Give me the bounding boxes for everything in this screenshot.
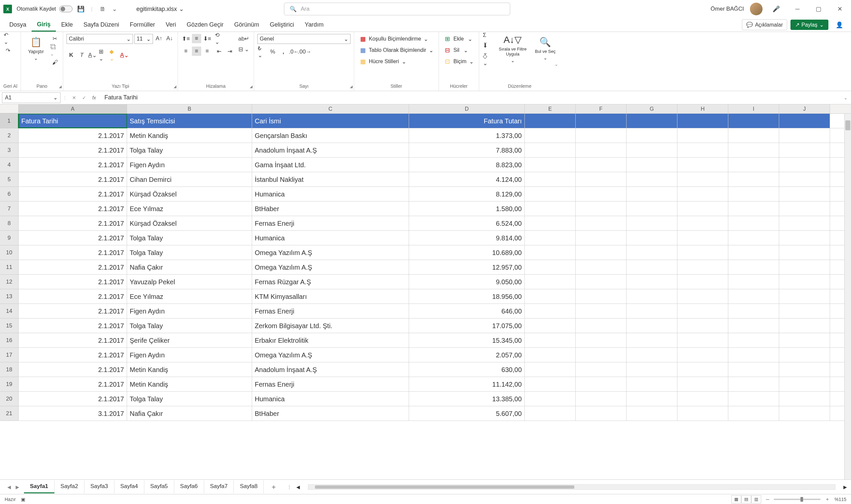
row-header[interactable]: 17 <box>0 348 19 362</box>
conditional-format-button[interactable]: ▦Koşullu Biçimlendirme ⌄ <box>357 34 435 44</box>
decrease-indent-button[interactable]: ⇤ <box>214 47 224 56</box>
align-center-button[interactable]: ≡ <box>192 47 201 56</box>
cell[interactable] <box>626 260 677 274</box>
copy-button[interactable]: ⿻ ⌄ <box>50 46 59 55</box>
cell[interactable]: 2.1.2017 <box>19 362 127 377</box>
close-button[interactable]: ✕ <box>832 4 848 14</box>
cell[interactable] <box>728 275 779 289</box>
cell[interactable]: Cihan Demirci <box>127 172 252 186</box>
collapse-ribbon-icon[interactable]: ⌄ <box>554 61 559 67</box>
sheet-tab[interactable]: Sayfa8 <box>234 480 264 493</box>
cell[interactable]: Omega Yazılım A.Ş <box>252 260 409 274</box>
search-input[interactable]: 🔍 Ara <box>284 3 510 15</box>
cell[interactable] <box>677 348 728 362</box>
bold-button[interactable]: K <box>67 51 76 60</box>
cell[interactable] <box>575 275 626 289</box>
cell[interactable]: 2.1.2017 <box>19 319 127 333</box>
cell[interactable] <box>728 406 779 420</box>
col-header-F[interactable]: F <box>575 104 626 113</box>
autosum-button[interactable]: Σ ⌄ <box>482 34 492 43</box>
cell[interactable] <box>575 158 626 172</box>
cell[interactable] <box>626 289 677 304</box>
tab-insert[interactable]: Ekle <box>56 19 78 31</box>
page-break-view-button[interactable]: ▥ <box>751 496 761 503</box>
shrink-font-button[interactable]: A↓ <box>165 34 174 43</box>
sheet-tab[interactable]: Sayfa2 <box>55 480 85 493</box>
cell[interactable] <box>779 201 830 216</box>
cell[interactable]: 2.1.2017 <box>19 231 127 245</box>
cell[interactable] <box>677 362 728 377</box>
cell[interactable]: Ece Yılmaz <box>127 201 252 216</box>
qat-dropdown-icon[interactable]: ⌄ <box>111 5 118 13</box>
prev-sheet-button[interactable]: ◀ <box>7 484 11 490</box>
col-header-A[interactable]: A <box>19 104 127 113</box>
format-table-button[interactable]: ▦Tablo Olarak Biçimlendir ⌄ <box>357 45 435 55</box>
vertical-scrollbar[interactable] <box>844 114 851 480</box>
cell[interactable] <box>677 275 728 289</box>
name-box[interactable]: A1⌄ <box>2 92 60 103</box>
row-header[interactable]: 18 <box>0 362 19 377</box>
align-middle-button[interactable]: ≡ <box>192 34 201 43</box>
col-header-B[interactable]: B <box>127 104 252 113</box>
cell[interactable] <box>677 392 728 406</box>
cell[interactable] <box>779 143 830 157</box>
cell[interactable]: 13.385,00 <box>409 392 525 406</box>
row-header[interactable]: 10 <box>0 245 19 260</box>
sheet-tab[interactable]: Sayfa1 <box>24 480 55 493</box>
col-header-D[interactable]: D <box>409 104 525 113</box>
cell[interactable]: 8.823,00 <box>409 158 525 172</box>
cell[interactable]: 2.1.2017 <box>19 158 127 172</box>
cell[interactable] <box>677 114 728 128</box>
cell[interactable]: 3.1.2017 <box>19 406 127 420</box>
cell[interactable] <box>626 231 677 245</box>
cell[interactable] <box>728 143 779 157</box>
cell[interactable]: 17.075,00 <box>409 319 525 333</box>
cell[interactable]: Metin Kandiş <box>127 377 252 391</box>
cell[interactable] <box>626 114 677 128</box>
cell[interactable] <box>677 289 728 304</box>
dialog-launcher-icon[interactable]: ◢ <box>250 85 252 89</box>
cell[interactable] <box>779 114 830 128</box>
grow-font-button[interactable]: A↑ <box>154 34 164 43</box>
align-top-button[interactable]: ⬆≡ <box>181 34 191 43</box>
cell[interactable]: Humanica <box>252 231 409 245</box>
dialog-launcher-icon[interactable]: ◢ <box>350 85 353 89</box>
cell[interactable] <box>728 216 779 230</box>
cell[interactable] <box>677 187 728 201</box>
cell[interactable] <box>575 216 626 230</box>
cell[interactable] <box>677 201 728 216</box>
cell[interactable]: Omega Yazılım A.Ş <box>252 348 409 362</box>
cell[interactable] <box>779 377 830 391</box>
cell[interactable] <box>525 114 575 128</box>
cell[interactable] <box>626 362 677 377</box>
mic-icon[interactable]: 🎤 <box>768 4 784 14</box>
cell[interactable] <box>779 304 830 318</box>
accept-formula-icon[interactable]: ✓ <box>80 95 88 101</box>
grid[interactable]: ABCDEFGHIJ 12345678910111213141516171819… <box>0 104 851 480</box>
cell[interactable] <box>677 216 728 230</box>
row-header[interactable]: 5 <box>0 172 19 187</box>
cell[interactable] <box>525 406 575 420</box>
cell[interactable] <box>677 319 728 333</box>
cell[interactable]: 9.050,00 <box>409 275 525 289</box>
cell[interactable] <box>525 333 575 347</box>
align-left-button[interactable]: ≡ <box>181 47 191 56</box>
decrease-decimal-button[interactable]: .00→ <box>300 47 309 56</box>
ribbon-options-icon[interactable]: 👤 <box>832 20 847 30</box>
cell[interactable] <box>575 362 626 377</box>
row-header[interactable]: 1 <box>0 114 19 128</box>
cell[interactable] <box>525 245 575 260</box>
col-header-G[interactable]: G <box>626 104 677 113</box>
percent-button[interactable]: % <box>268 47 277 56</box>
cell[interactable] <box>677 158 728 172</box>
dialog-launcher-icon[interactable]: ◢ <box>59 85 61 89</box>
cell[interactable]: Anadolum İnşaat A.Ş <box>252 362 409 377</box>
cell[interactable]: 2.1.2017 <box>19 201 127 216</box>
cell-styles-button[interactable]: ▦Hücre Stilleri ⌄ <box>357 56 435 67</box>
row-header[interactable]: 3 <box>0 143 19 158</box>
col-header-J[interactable]: J <box>779 104 830 113</box>
maximize-button[interactable]: ▢ <box>811 4 827 14</box>
cell[interactable] <box>779 289 830 304</box>
cell[interactable] <box>626 333 677 347</box>
italic-button[interactable]: T <box>77 51 87 60</box>
